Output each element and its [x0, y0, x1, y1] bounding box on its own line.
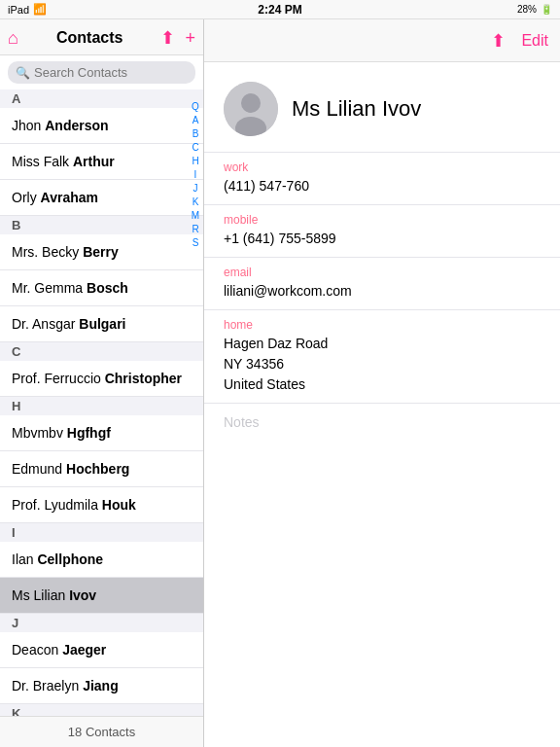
field-label-home: home — [224, 318, 541, 332]
search-input[interactable] — [34, 65, 197, 80]
contact-prefix: Mbvmbv — [12, 425, 67, 441]
list-item[interactable]: Ilan Cellphone — [0, 542, 203, 578]
contact-prefix: Miss Falk — [12, 154, 73, 169]
header-left-icons: ⌂ — [8, 28, 18, 49]
contact-prefix: Edmund — [12, 461, 66, 477]
contact-last: Jiang — [83, 678, 119, 694]
index-bar-letter-i[interactable]: I — [194, 169, 197, 181]
contact-prefix: Dr. Braelyn — [12, 678, 83, 694]
status-bar: iPad 📶 2:24 PM 28% 🔋 — [0, 0, 560, 19]
section-header-j: J — [0, 614, 203, 632]
contact-last: Bosch — [87, 280, 128, 296]
list-item[interactable]: Deacon Jaeger — [0, 632, 203, 668]
field-value-home: Hagen Daz Road NY 34356 United States — [224, 334, 541, 395]
contacts-list: AJhon AndersonMiss Falk ArthurOrly Avrah… — [0, 89, 203, 716]
index-bar-letter-r[interactable]: R — [192, 224, 198, 235]
contact-prefix: Prof. Ferruccio — [12, 371, 105, 386]
contact-name: Ms Lilian Ivov — [292, 96, 421, 122]
search-bar: 🔍 — [8, 61, 195, 84]
contact-last: Arthur — [73, 154, 115, 169]
list-item[interactable]: Prof. Lyudmila Houk — [0, 487, 203, 523]
contact-last: Houk — [102, 497, 136, 513]
section-header-b: B — [0, 216, 203, 234]
notes-section: Notes — [204, 403, 560, 441]
contact-prefix: Mr. Gemma — [12, 280, 87, 296]
add-icon[interactable]: + — [185, 28, 195, 49]
list-item[interactable]: Mr. Gemma Bosch — [0, 270, 203, 306]
notes-placeholder: Notes — [224, 414, 260, 430]
contact-last: Anderson — [45, 118, 108, 133]
contact-prefix: Deacon — [12, 642, 62, 658]
contacts-panel: ⌂ Contacts ⬆ + 🔍 AJhon AndersonMiss Falk… — [0, 19, 204, 747]
header-right-icons: ⬆ + — [160, 27, 195, 49]
index-bar-letter-j[interactable]: J — [193, 183, 198, 195]
index-bar-letter-m[interactable]: M — [192, 210, 199, 222]
field-value-email: liliani@workcom.com — [224, 281, 541, 302]
contacts-header: ⌂ Contacts ⬆ + — [0, 19, 203, 55]
detail-field-home: homeHagen Daz Road NY 34356 United State… — [204, 310, 560, 403]
list-item[interactable]: Dr. Ansgar Bulgari — [0, 306, 203, 342]
contact-prefix: Dr. Ansgar — [12, 316, 79, 332]
status-bar-left: iPad 📶 — [8, 3, 47, 16]
field-value-mobile: +1 (641) 755-5899 — [224, 229, 541, 249]
detail-fields: work(411) 547-760mobile+1 (641) 755-5899… — [204, 153, 560, 403]
index-bar-letter-k[interactable]: K — [192, 196, 199, 208]
status-bar-right: 28% 🔋 — [517, 4, 552, 15]
section-header-a: A — [0, 89, 203, 108]
status-bar-time: 2:24 PM — [258, 3, 301, 17]
index-bar-letter-s[interactable]: S — [192, 237, 199, 249]
contact-prefix: Mrs. Becky — [12, 244, 83, 260]
contact-prefix: Jhon — [12, 118, 45, 133]
contact-last: Hgfhgf — [67, 425, 111, 441]
share-icon[interactable]: ⬆ — [160, 27, 175, 49]
svg-point-1 — [241, 93, 261, 113]
field-value-work: (411) 547-760 — [224, 176, 541, 196]
list-item[interactable]: Jhon Anderson — [0, 108, 203, 144]
battery-icon: 🔋 — [541, 4, 552, 15]
index-bar-letter-h[interactable]: H — [192, 156, 198, 167]
contact-last: Hochberg — [66, 461, 129, 477]
contact-prefix: Ms Lilian — [12, 587, 69, 603]
field-label-mobile: mobile — [224, 213, 541, 227]
contact-prefix: Orly — [12, 190, 41, 205]
contact-last: Cellphone — [37, 551, 103, 567]
detail-field-email: emailliliani@workcom.com — [204, 258, 560, 310]
section-header-h: H — [0, 397, 203, 415]
detail-share-icon[interactable]: ⬆ — [491, 30, 506, 52]
field-label-work: work — [224, 160, 541, 174]
home-icon[interactable]: ⌂ — [8, 28, 18, 49]
contact-prefix: Prof. Lyudmila — [12, 497, 102, 513]
list-item[interactable]: Orly Avraham — [0, 180, 203, 216]
index-bar-letter-a[interactable]: A — [192, 115, 199, 126]
search-icon: 🔍 — [16, 66, 30, 80]
list-item[interactable]: Ms Lilian Ivov — [0, 578, 203, 614]
index-bar-letter-b[interactable]: B — [192, 128, 199, 140]
detail-field-mobile: mobile+1 (641) 755-5899 — [204, 205, 560, 258]
contact-last: Bulgari — [79, 316, 125, 332]
list-item[interactable]: Prof. Ferruccio Christopher — [0, 361, 203, 397]
contact-last: Ivov — [69, 587, 96, 603]
detail-header: ⬆ Edit — [204, 19, 560, 62]
index-bar: QABCHIJKMRS — [188, 97, 203, 718]
contacts-footer: 18 Contacts — [0, 716, 203, 747]
index-bar-letter-c[interactable]: C — [192, 142, 198, 154]
index-bar-letter-q[interactable]: Q — [192, 101, 199, 113]
contact-last: Christopher — [105, 371, 182, 386]
list-item[interactable]: Miss Falk Arthur — [0, 144, 203, 180]
section-header-k: K — [0, 704, 203, 716]
section-header-i: I — [0, 523, 203, 542]
edit-button[interactable]: Edit — [521, 32, 548, 50]
avatar — [224, 82, 278, 136]
section-header-c: C — [0, 342, 203, 361]
main-container: ⌂ Contacts ⬆ + 🔍 AJhon AndersonMiss Falk… — [0, 19, 560, 747]
detail-profile: Ms Lilian Ivov — [204, 62, 560, 153]
contact-last: Berry — [83, 244, 119, 260]
field-label-email: email — [224, 266, 541, 279]
contact-prefix: Ilan — [12, 551, 37, 567]
list-item[interactable]: Mbvmbv Hgfhgf — [0, 415, 203, 451]
detail-content: Ms Lilian Ivov work(411) 547-760mobile+1… — [204, 62, 560, 747]
contacts-title: Contacts — [18, 29, 161, 47]
list-item[interactable]: Mrs. Becky Berry — [0, 234, 203, 270]
list-item[interactable]: Edmund Hochberg — [0, 451, 203, 487]
list-item[interactable]: Dr. Braelyn Jiang — [0, 668, 203, 704]
